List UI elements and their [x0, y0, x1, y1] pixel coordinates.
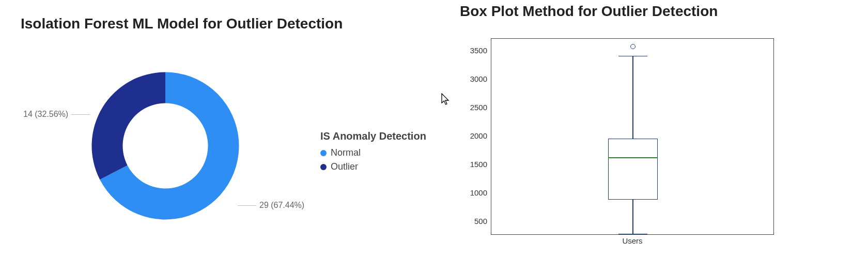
legend-label: Normal	[331, 147, 361, 158]
title-isolation-forest: Isolation Forest ML Model for Outlier De…	[21, 16, 444, 32]
callout-outlier-text: 14 (32.56%)	[23, 110, 68, 119]
boxplot-cap	[618, 234, 647, 234]
donut-slice-outlier	[92, 72, 165, 180]
legend-item-outlier: Outlier	[320, 161, 426, 172]
boxplot-median	[608, 157, 658, 158]
boxplot-whisker	[632, 200, 633, 234]
boxplot-ytick: 3000	[461, 74, 491, 83]
boxplot-xlabel: Users	[491, 234, 773, 245]
donut-legend: IS Anomaly Detection Normal Outlier	[320, 130, 426, 175]
boxplot-whisker	[632, 56, 633, 139]
panel-isolation-forest: Isolation Forest ML Model for Outlier De…	[0, 0, 455, 271]
legend-swatch-icon	[320, 164, 327, 170]
boxplot-ytick: 1500	[461, 160, 491, 169]
title-boxplot: Box Plot Method for Outlier Detection	[460, 3, 847, 20]
boxplot-ytick: 3500	[461, 46, 491, 55]
callout-outlier: 14 (32.56%)	[23, 110, 90, 119]
panel-boxplot: Box Plot Method for Outlier Detection Us…	[455, 0, 868, 271]
legend-title: IS Anomaly Detection	[320, 130, 426, 142]
legend-label: Outlier	[331, 161, 358, 172]
legend-swatch-icon	[320, 150, 327, 156]
leader-line-icon	[238, 205, 256, 206]
donut-chart: 14 (32.56%) 29 (67.44%) IS Anomaly Detec…	[21, 32, 444, 249]
boxplot-cap	[618, 56, 647, 56]
boxplot-box	[608, 139, 658, 200]
callout-normal-text: 29 (67.44%)	[259, 201, 304, 210]
callout-normal: 29 (67.44%)	[238, 201, 304, 210]
boxplot-ytick: 1000	[461, 188, 491, 197]
boxplot-frame: Users 500100015002000250030003500	[491, 38, 774, 235]
page: Isolation Forest ML Model for Outlier De…	[0, 0, 868, 271]
boxplot-outlier	[630, 44, 636, 49]
donut-svg	[88, 68, 243, 223]
boxplot-chart: Users 500100015002000250030003500	[460, 38, 822, 235]
boxplot-ytick: 2500	[461, 103, 491, 112]
boxplot-ytick: 500	[461, 217, 491, 225]
legend-item-normal: Normal	[320, 147, 426, 158]
boxplot-ytick: 2000	[461, 131, 491, 140]
donut-ring	[88, 68, 243, 223]
leader-line-icon	[71, 114, 90, 115]
